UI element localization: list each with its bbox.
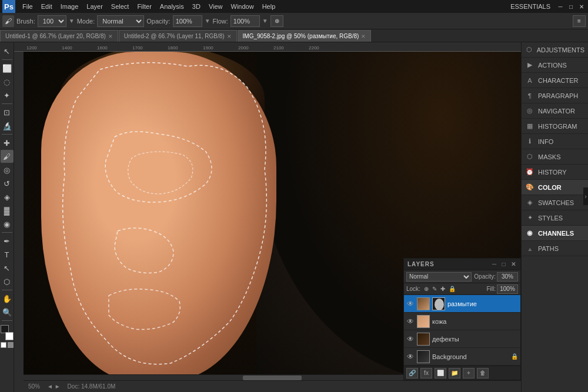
panel-color[interactable]: 🎨 COLOR xyxy=(522,180,588,195)
panel-swatches[interactable]: ◈ SWATCHES xyxy=(522,195,588,210)
fx-button[interactable]: fx xyxy=(420,368,432,378)
tool-marquee[interactable]: ⬜ xyxy=(1,62,14,75)
menu-help[interactable]: Help xyxy=(259,2,279,11)
tab-close-1[interactable]: ✕ xyxy=(227,33,232,39)
tool-eyedropper[interactable]: 🔬 xyxy=(1,119,14,132)
tab-close-2[interactable]: ✕ xyxy=(361,33,366,39)
tool-healing[interactable]: ✚ xyxy=(1,136,14,149)
minimize-button[interactable]: ─ xyxy=(556,2,564,11)
layer-thumb-preview-1 xyxy=(417,316,429,327)
tool-eraser[interactable]: ◈ xyxy=(1,190,14,203)
menu-3d[interactable]: 3D xyxy=(189,2,204,11)
panel-navigator[interactable]: ◎ NAVIGATOR xyxy=(522,103,588,119)
workspace-button[interactable]: ESSENTIALS xyxy=(507,2,554,11)
tool-gradient[interactable]: ▓ xyxy=(1,204,14,217)
menu-select[interactable]: Select xyxy=(108,2,133,11)
add-mask-button[interactable]: ⬜ xyxy=(435,368,446,378)
layer-eye-0[interactable]: 👁 xyxy=(406,300,415,308)
layer-row-0[interactable]: 👁 размытие xyxy=(404,295,520,313)
menu-image[interactable]: Image xyxy=(57,2,82,11)
panel-paragraph[interactable]: ¶ PARAGRAPH xyxy=(522,88,588,103)
panel-histogram[interactable]: ▦ HISTOGRAM xyxy=(522,119,588,134)
tool-path-select[interactable]: ↖ xyxy=(1,262,14,274)
standard-mode-icon[interactable] xyxy=(1,342,6,348)
new-layer-button[interactable]: + xyxy=(463,368,475,378)
lock-position-icon[interactable]: ⊕ xyxy=(424,286,429,292)
layers-blend-mode[interactable]: Normal xyxy=(406,272,472,282)
menu-file[interactable]: File xyxy=(19,2,36,11)
restore-button[interactable]: □ xyxy=(567,2,575,11)
tool-crop[interactable]: ⊡ xyxy=(1,106,14,119)
panel-masks[interactable]: ⬡ MASKS xyxy=(522,149,588,165)
tab-untitled1[interactable]: Untitled-1 @ 66.7% (Layer 20, RGB/8) ✕ xyxy=(0,30,118,42)
airbrush-button[interactable]: ⊕ xyxy=(270,15,283,27)
layer-eye-3[interactable]: 👁 xyxy=(406,353,415,361)
panel-history[interactable]: ⏰ HISTORY xyxy=(522,165,588,180)
panel-adjustments[interactable]: ⬡ ADJUSTMENTS xyxy=(522,42,588,58)
layer-row-1[interactable]: 👁 кожа xyxy=(404,313,520,330)
layers-minimize-icon[interactable]: ─ xyxy=(491,261,498,268)
link-layers-button[interactable]: 🔗 xyxy=(406,368,418,378)
menu-right: ESSENTIALS ─ □ ✕ xyxy=(507,2,586,11)
lock-all-icon[interactable]: 🔒 xyxy=(449,286,456,292)
svg-text:1900: 1900 xyxy=(203,45,213,51)
menu-window[interactable]: Window xyxy=(228,2,258,11)
tool-move[interactable]: ↖ xyxy=(1,45,14,58)
tab-untitled2[interactable]: Untitled-2 @ 66.7% (Layer 11, RGB/8) ✕ xyxy=(119,30,237,42)
tool-stamp[interactable]: ◎ xyxy=(1,163,14,176)
opacity-value-input[interactable] xyxy=(497,272,518,282)
layers-close-icon[interactable]: ✕ xyxy=(510,261,517,268)
opacity-input[interactable] xyxy=(173,15,202,27)
fill-value-input[interactable] xyxy=(497,284,518,294)
layer-name-3: Background xyxy=(432,353,509,360)
lock-pixel-icon[interactable]: ✎ xyxy=(432,286,437,292)
brush-preset-button[interactable]: ≡ xyxy=(573,15,586,27)
layer-eye-2[interactable]: 👁 xyxy=(406,335,415,343)
tool-shape[interactable]: ⬡ xyxy=(1,275,14,288)
adjustments-label: ADJUSTMENTS xyxy=(537,46,584,53)
menu-analysis[interactable]: Analysis xyxy=(156,2,188,11)
tool-zoom[interactable]: 🔍 xyxy=(1,306,14,319)
layers-header: LAYERS ─ □ ✕ xyxy=(404,259,520,270)
layer-name-2: дефекты xyxy=(432,336,518,343)
close-button[interactable]: ✕ xyxy=(577,2,586,11)
tab-close-0[interactable]: ✕ xyxy=(108,33,113,39)
layer-row-3[interactable]: 👁 Background 🔒 xyxy=(404,348,520,366)
layer-row-2[interactable]: 👁 дефекты xyxy=(404,330,520,348)
menu-edit[interactable]: Edit xyxy=(38,2,56,11)
layer-eye-1[interactable]: 👁 xyxy=(406,317,415,326)
panel-actions[interactable]: ▶ ACTIONS xyxy=(522,58,588,73)
blend-mode-select[interactable]: Normal xyxy=(97,15,144,27)
panel-info[interactable]: ℹ INFO xyxy=(522,134,588,149)
navigator-icon: ◎ xyxy=(525,106,534,116)
add-group-button[interactable]: 📁 xyxy=(449,368,460,378)
tool-separator-4 xyxy=(2,232,12,233)
flow-input[interactable] xyxy=(230,15,260,27)
panel-paths[interactable]: ⟁ PATHS xyxy=(522,241,588,256)
tool-brush[interactable]: 🖌 xyxy=(1,150,14,163)
background-color[interactable] xyxy=(5,332,14,340)
tool-history-brush[interactable]: ↺ xyxy=(1,177,14,190)
tool-type[interactable]: T xyxy=(1,248,14,261)
tool-magic-wand[interactable]: ✦ xyxy=(1,89,14,102)
scrollbar-thumb-h[interactable] xyxy=(243,376,302,380)
menu-filter[interactable]: Filter xyxy=(133,2,155,11)
tool-pen[interactable]: ✒ xyxy=(1,234,14,247)
panel-styles[interactable]: ✦ STYLES xyxy=(522,210,588,226)
panel-collapse-button[interactable]: › xyxy=(583,187,588,205)
menu-layer[interactable]: Layer xyxy=(83,2,106,11)
svg-rect-10 xyxy=(14,52,24,392)
color-picker[interactable] xyxy=(1,325,14,340)
tool-lasso[interactable]: ◌ xyxy=(1,75,14,88)
lock-move-icon[interactable]: ✚ xyxy=(440,286,445,292)
panel-channels[interactable]: ◉ CHANNELS xyxy=(522,226,588,241)
tool-dodge[interactable]: ◉ xyxy=(1,217,14,230)
mask-mode-icon[interactable] xyxy=(8,342,14,348)
delete-layer-button[interactable]: 🗑 xyxy=(477,368,489,378)
layers-expand-icon[interactable]: □ xyxy=(500,261,507,268)
tab-active[interactable]: IMG_9058-2.jpg @ 50% (размытие, RGB/8) ✕ xyxy=(238,30,372,42)
tool-hand[interactable]: ✋ xyxy=(1,292,14,305)
panel-character[interactable]: A CHARACTER xyxy=(522,73,588,88)
menu-view[interactable]: View xyxy=(205,2,226,11)
brush-size-select[interactable]: 100 xyxy=(38,15,66,27)
